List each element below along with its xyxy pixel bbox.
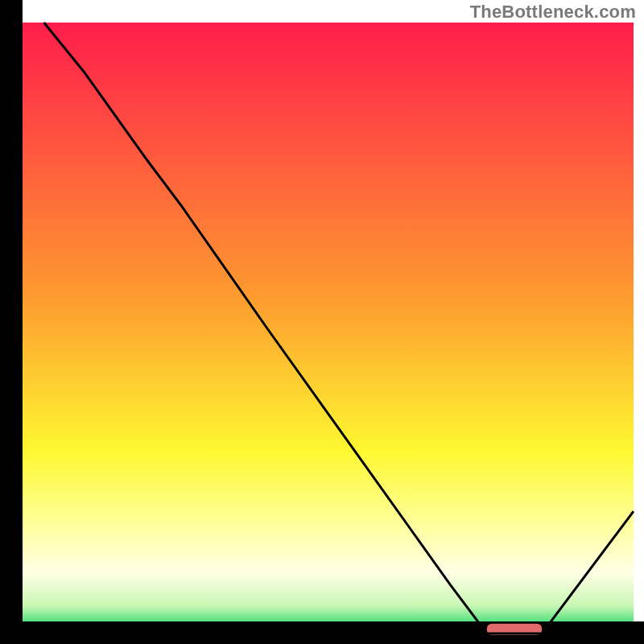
chart-container: TheBottleneck.com bbox=[0, 0, 644, 644]
bottleneck-chart bbox=[0, 0, 644, 644]
